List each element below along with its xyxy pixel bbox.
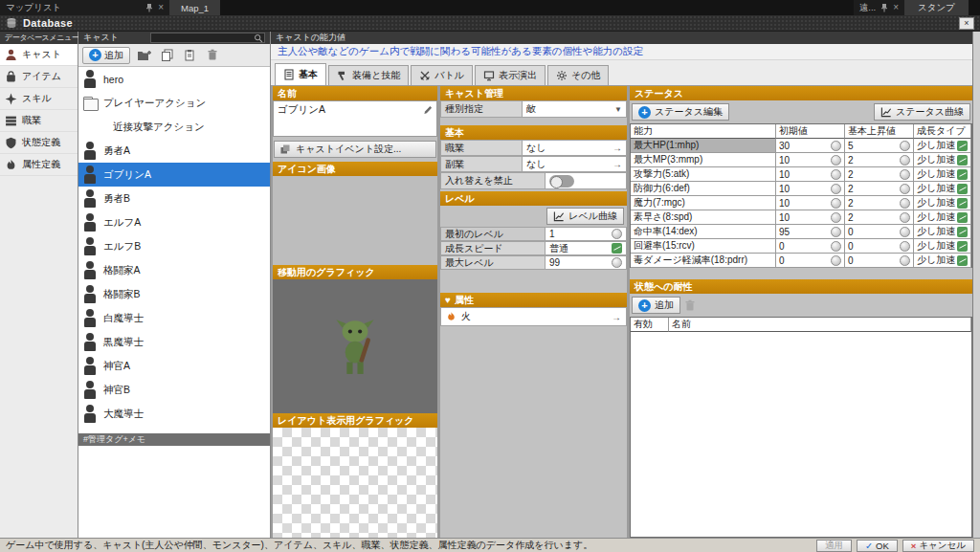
table-row[interactable]: 素早さ(8:spd) 10 2 少し加速 [631,210,971,225]
initial-value-cell[interactable]: 10 [776,167,845,182]
table-row[interactable]: 最大HP(1:mhp) 30 5 少し加速 [631,139,971,153]
list-item[interactable]: 近接攻撃アクション [78,115,270,139]
list-item[interactable]: 格闘家A [78,258,270,282]
spinner-icon[interactable] [831,169,841,180]
spinner-icon[interactable] [831,198,841,209]
list-item[interactable]: hero [78,67,270,91]
spinner-icon[interactable] [612,229,622,239]
spinner-icon[interactable] [900,169,910,180]
spinner-icon[interactable] [900,184,910,194]
list-item[interactable]: エルフA [78,210,270,234]
ability-name-cell[interactable]: 攻撃力(5:atk) [631,167,776,182]
tab-battle[interactable]: バトル [411,65,473,85]
rise-value-cell[interactable]: 2 [845,167,914,182]
initial-level-field[interactable]: 1 [546,227,627,241]
attribute-fire-row[interactable]: 火 → [440,307,627,326]
growth-type-cell[interactable]: 少し加速 [914,210,971,225]
table-row[interactable]: 毒ダメージ軽減率(18:pdrr) 0 0 少し加速 [631,254,971,268]
subjob-field[interactable]: なし → [523,156,627,172]
add-resistance-button[interactable]: 追加 [632,297,680,314]
spinner-icon[interactable] [900,212,910,223]
sidebar-item-job[interactable]: 職業 [0,110,78,132]
cast-name-field[interactable]: ゴブリンA [273,100,437,137]
list-item[interactable]: 格闘家B [78,282,270,306]
layout-graphic-preview[interactable] [273,428,437,538]
rise-value-cell[interactable]: 0 [845,239,914,254]
growth-curve-icon[interactable] [957,255,968,266]
add-cast-button[interactable]: 追加 [82,47,130,64]
growth-type-cell[interactable]: 少し加速 [914,153,971,167]
growth-type-cell[interactable]: 少し加速 [914,167,971,182]
spinner-icon[interactable] [900,141,910,151]
pin-icon[interactable] [145,3,153,12]
initial-value-cell[interactable]: 0 [776,239,845,254]
memo-area[interactable] [78,446,270,538]
list-item[interactable]: エルフB [78,234,270,258]
spinner-icon[interactable] [900,241,910,252]
list-item[interactable]: プレイヤーアクション [78,91,270,115]
table-row[interactable]: 攻撃力(5:atk) 10 2 少し加速 [631,167,971,182]
table-row[interactable]: 魔力(7:mgc) 10 2 少し加速 [631,196,971,210]
ability-name-cell[interactable]: 毒ダメージ軽減率(18:pdrr) [631,254,776,268]
spinner-icon[interactable] [900,198,910,209]
pin-icon[interactable] [880,3,888,12]
icon-image-area[interactable] [273,176,437,265]
resistance-table-body[interactable] [630,332,972,538]
jump-arrow-icon[interactable]: → [612,312,621,322]
cast-event-settings-button[interactable]: キャストイベント設定... [274,141,436,158]
list-item[interactable]: 白魔導士 [78,306,270,330]
rise-value-cell[interactable]: 2 [845,210,914,225]
rise-value-cell[interactable]: 5 [845,139,914,153]
ability-name-cell[interactable]: 魔力(7:mgc) [631,196,776,210]
close-icon[interactable]: × [959,17,974,30]
growth-type-cell[interactable]: 少し加速 [914,239,971,254]
growth-curve-icon[interactable] [957,241,968,252]
ability-name-cell[interactable]: 命中率(14:dex) [631,225,776,239]
ability-name-cell[interactable]: 回避率(15:rcv) [631,239,776,254]
tab-display[interactable]: 表示演出 [475,65,546,85]
ok-button[interactable]: ✓OK [857,540,898,552]
memo-tag-bar[interactable]: #管理タグ+メモ [78,433,270,446]
growth-speed-field[interactable]: 普通 [546,241,627,255]
sidebar-item-item[interactable]: アイテム [0,66,78,88]
list-item[interactable]: 黒魔導士 [78,330,270,354]
sidebar-item-skill[interactable]: スキル [0,88,78,110]
list-item[interactable]: ゴブリンA [78,163,270,187]
initial-value-cell[interactable]: 95 [776,225,845,239]
pencil-icon[interactable] [423,104,434,115]
growth-type-cell[interactable]: 少し加速 [914,182,971,196]
ability-name-cell[interactable]: 最大MP(3:mmp) [631,153,776,167]
rise-value-cell[interactable]: 0 [845,254,914,268]
status-edit-button[interactable]: ステータス編集 [632,103,729,121]
window-titlebar[interactable]: Database × [0,15,980,32]
spinner-icon[interactable] [831,155,841,166]
level-curve-button[interactable]: レベル曲線 [546,208,624,225]
initial-value-cell[interactable]: 0 [776,254,845,268]
initial-value-cell[interactable]: 10 [776,196,845,210]
map-list-panel-tab[interactable]: マップリスト × [0,0,169,15]
table-row[interactable]: 最大MP(3:mmp) 10 2 少し加速 [631,153,971,167]
spinner-icon[interactable] [900,155,910,166]
rise-value-cell[interactable]: 2 [845,182,914,196]
copy-button[interactable] [157,47,176,64]
close-icon[interactable]: × [158,3,164,12]
ability-name-cell[interactable]: 最大HP(1:mhp) [631,139,776,153]
table-row[interactable]: 防御力(6:def) 10 2 少し加速 [631,182,971,196]
initial-value-cell[interactable]: 10 [776,182,845,196]
search-input[interactable] [150,33,265,43]
spinner-icon[interactable] [831,255,841,266]
growth-curve-icon[interactable] [957,141,968,151]
new-folder-button[interactable] [134,47,153,64]
initial-value-cell[interactable]: 30 [776,139,845,153]
sidebar-item-cast[interactable]: キャスト [0,44,78,66]
table-row[interactable]: 回避率(15:rcv) 0 0 少し加速 [631,239,971,254]
close-icon[interactable]: × [893,3,899,12]
list-item[interactable]: 大魔導士 [78,402,270,426]
right-panel-tab[interactable]: 遠... × [854,0,904,15]
delete-resistance-button[interactable] [680,297,700,314]
walk-graphic-preview[interactable] [273,279,437,413]
spinner-icon[interactable] [900,227,910,237]
growth-curve-icon[interactable] [957,155,968,166]
growth-type-cell[interactable]: 少し加速 [914,225,971,239]
growth-curve-icon[interactable] [957,227,968,237]
